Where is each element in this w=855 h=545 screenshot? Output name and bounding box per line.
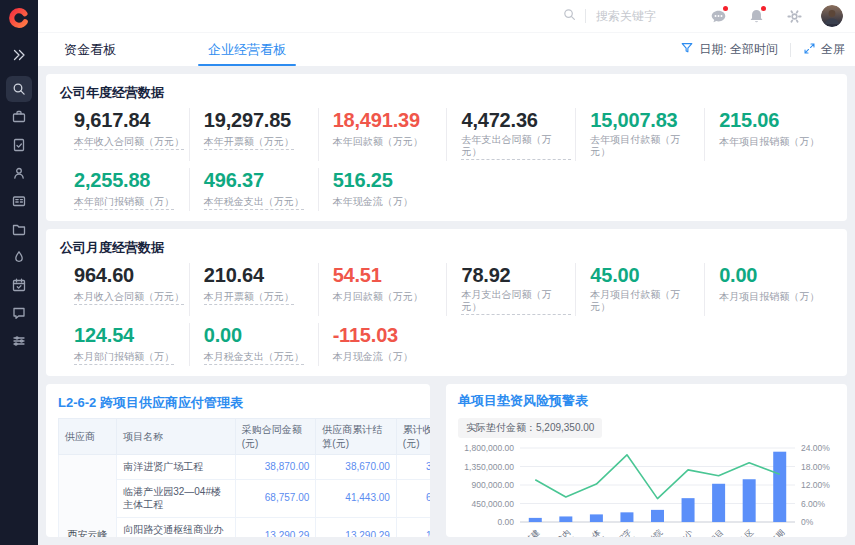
kpi-value: 0.00 (719, 264, 829, 286)
bar (712, 484, 725, 522)
kpi-label: 去年项目付款额（万元） (590, 134, 700, 158)
svg-text:6.00%: 6.00% (801, 499, 826, 509)
kpi-value: 124.54 (74, 324, 185, 346)
kpi-value: 964.60 (74, 264, 185, 286)
table-header-cell: 供应商累计结 算(元) (316, 419, 397, 455)
kpi-value: 215.06 (719, 109, 829, 131)
kpi-item: 2,255.88本年部门报销额（万） (60, 168, 189, 211)
table-header-cell: 采购合同金额 (元) (235, 419, 316, 455)
calendar-check-icon[interactable] (6, 272, 32, 298)
search-icon[interactable] (562, 7, 577, 26)
bell-icon[interactable] (747, 7, 765, 25)
app-logo-icon[interactable] (7, 6, 31, 30)
toolbar-divider (790, 43, 791, 57)
sliders-icon[interactable] (6, 328, 32, 354)
kpi-label[interactable]: 本年税金支出（万元） (204, 196, 304, 210)
kpi-label[interactable]: 本年开票额（万元） (204, 136, 294, 150)
amount-link-cell[interactable]: 13,290.29 (316, 517, 397, 537)
amount-link-cell[interactable]: 68,757.00 (396, 479, 430, 517)
card-title: 公司月度经营数据 (60, 239, 833, 257)
kpi-item: 15,007.83去年项目付款额（万元） (575, 108, 704, 161)
kpi-value: 15,007.83 (590, 109, 700, 131)
kpi-item: 210.64本月开票额（万元） (189, 263, 318, 316)
bar (651, 510, 664, 522)
chat-icon[interactable] (6, 300, 32, 326)
sidebar (0, 0, 38, 545)
messages-icon[interactable] (709, 7, 727, 25)
kpi-item: 18,491.39本年回款额（万元） (318, 108, 447, 161)
filter-funnel-icon (680, 41, 694, 58)
search-icon[interactable] (6, 76, 32, 102)
chart-title: 单项目垫资风险预警表 (458, 392, 835, 410)
tab-toolbar: 日期: 全部时间 全屏 (680, 33, 855, 66)
kpi-value: 2,255.88 (74, 169, 185, 191)
tab-enterprise-dashboard[interactable]: 企业经营看板 (190, 33, 304, 66)
fullscreen-button[interactable]: 全屏 (803, 41, 845, 58)
monthly-data-card: 公司月度经营数据 964.60本月收入合同额（万元）210.64本月开票额（万元… (46, 229, 847, 376)
kpi-label[interactable]: 本月开票额（万元） (204, 291, 294, 305)
svg-text:900,000.00: 900,000.00 (471, 480, 514, 490)
settings-gear-icon[interactable] (785, 7, 803, 25)
project-name-cell: 南洋进贤广场工程 (117, 455, 236, 480)
table-header-cell: 累计收票金额 (元) (396, 419, 430, 455)
kpi-item: 124.54本月部门报销额（万） (60, 323, 189, 366)
top-header (38, 0, 855, 32)
table-header-cell: 供应商 (59, 419, 117, 455)
notification-dot (723, 6, 728, 11)
amount-link-cell[interactable]: 13,290.29 (235, 517, 316, 537)
double-chevron-right-icon[interactable] (6, 42, 32, 68)
amount-link-cell[interactable]: 13,290.29 (396, 517, 430, 537)
svg-text:0%: 0% (801, 517, 814, 527)
table-header-cell: 项目名称 (117, 419, 236, 455)
bar (773, 452, 786, 522)
kpi-label: 本月回款额（万元） (333, 291, 423, 303)
droplet-icon[interactable] (6, 244, 32, 270)
svg-text:450,000.00: 450,000.00 (471, 499, 514, 509)
table-row: 西安云峰建材有限公司南洋进贤广场工程38,870.0038,670.0038,6… (59, 455, 431, 480)
amount-link-cell[interactable]: 38,870.00 (235, 455, 316, 480)
kpi-label[interactable]: 去年支出合同额（万元） (461, 134, 571, 160)
project-name-cell: 向阳路交通枢纽商业办公项目 (117, 517, 236, 537)
date-filter-button[interactable]: 日期: 全部时间 (680, 41, 778, 58)
bar (682, 498, 695, 522)
amount-link-cell[interactable]: 38,670.00 (396, 455, 430, 480)
svg-text:12.00%: 12.00% (801, 480, 830, 490)
amount-link-cell[interactable]: 38,670.00 (316, 455, 397, 480)
kpi-label: 本年项目报销额（万） (719, 136, 819, 148)
bar (559, 516, 572, 522)
kpi-label[interactable]: 本年部门报销额（万） (74, 196, 174, 210)
kpi-label: 本月项目报销额（万） (719, 291, 819, 303)
folder-icon[interactable] (6, 216, 32, 242)
kpi-label[interactable]: 本月支出合同额（万元） (461, 289, 571, 315)
amount-link-cell[interactable]: 41,443.00 (316, 479, 397, 517)
user-avatar[interactable] (821, 5, 843, 27)
kpi-label[interactable]: 本月部门报销额（万） (74, 351, 174, 365)
svg-text:1,350,000.00: 1,350,000.00 (464, 462, 514, 472)
kpi-label[interactable]: 本月税金支出（万元） (204, 351, 304, 365)
risk-chart: 0.000%450,000.006.00%900,000.0012.00%1,3… (458, 442, 835, 537)
user-icon[interactable] (6, 160, 32, 186)
kpi-item: 78.92本月支出合同额（万元） (446, 263, 575, 316)
kpi-value: 54.51 (333, 264, 443, 286)
kpi-value: 45.00 (590, 264, 700, 286)
kpi-empty (704, 168, 833, 211)
document-check-icon[interactable] (6, 132, 32, 158)
bar (620, 512, 633, 522)
supplier-table-card: L2-6-2 跨项目供应商应付管理表 供应商项目名称采购合同金额 (元)供应商累… (46, 384, 430, 537)
kpi-item: 9,617.84本年收入合同额（万元） (60, 108, 189, 161)
svg-text:0.00: 0.00 (497, 517, 514, 527)
bottom-row: L2-6-2 跨项目供应商应付管理表 供应商项目名称采购合同金额 (元)供应商累… (46, 384, 847, 537)
global-search (562, 7, 689, 26)
kpi-label[interactable]: 本年收入合同额（万元） (74, 136, 184, 150)
advance-amount-badge: 实际垫付金额：5,209,350.00 (458, 418, 602, 438)
tab-fund-dashboard[interactable]: 资金看板 (46, 33, 134, 66)
kpi-value: 9,617.84 (74, 109, 185, 131)
amount-link-cell[interactable]: 68,757.00 (235, 479, 316, 517)
chart-plot: 0.000%450,000.006.00%900,000.0012.00%1,3… (458, 442, 835, 534)
briefcase-icon[interactable] (6, 104, 32, 130)
kpi-label[interactable]: 本月收入合同额（万元） (74, 291, 184, 305)
svg-text:18.00%: 18.00% (801, 462, 830, 472)
id-card-icon[interactable] (6, 188, 32, 214)
bar (743, 479, 756, 522)
search-input[interactable] (594, 8, 689, 24)
